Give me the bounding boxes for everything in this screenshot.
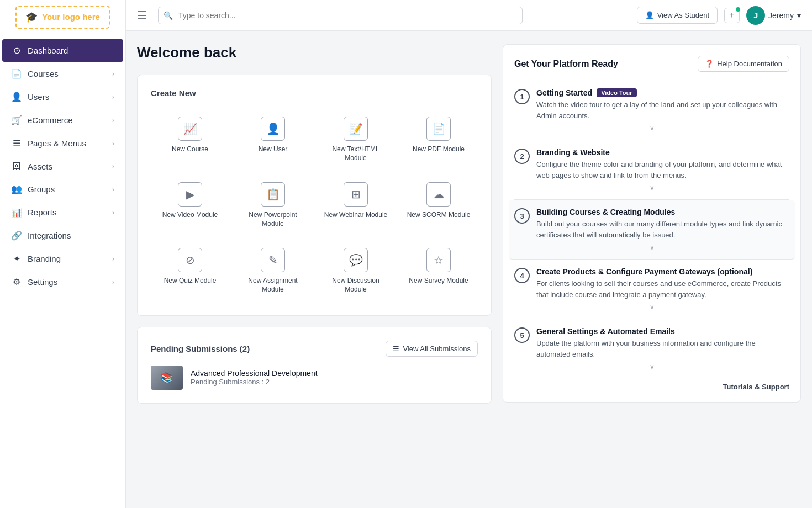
step-header-1: 1 Getting Started Video Tour Watch the v…: [514, 88, 789, 121]
tutorials-support-label: Tutorials & Support: [514, 378, 789, 391]
video-tour-badge: Video Tour: [597, 88, 636, 97]
logo-icon: 🎓: [25, 11, 38, 23]
create-item-new-powerpoint[interactable]: 📋 New Powerpoint Module: [234, 174, 312, 236]
submission-name: Advanced Professional Development: [191, 369, 318, 378]
list-icon: ☰: [393, 345, 399, 353]
create-label-new-webinar: New Webinar Module: [324, 211, 388, 220]
create-item-new-quiz[interactable]: ⊘ New Quiz Module: [151, 240, 229, 301]
create-item-new-user[interactable]: 👤 New User: [234, 109, 312, 170]
sidebar: 🎓 Your logo here ⊙ Dashboard 📄 Courses ›…: [0, 0, 126, 508]
help-doc-label: Help Documentation: [717, 60, 782, 68]
view-as-student-button[interactable]: 👤 View As Student: [637, 7, 718, 24]
create-item-new-survey[interactable]: ☆ New Survey Module: [399, 240, 478, 301]
sidebar-item-groups[interactable]: 👥 Groups ›: [2, 178, 123, 200]
create-item-new-pdf[interactable]: 📄 New PDF Module: [399, 109, 478, 170]
view-as-icon: 👤: [645, 11, 654, 19]
hamburger-icon[interactable]: ☰: [137, 9, 147, 22]
chevron-down-icon-3[interactable]: ∨: [514, 244, 789, 251]
create-label-new-course: New Course: [172, 145, 208, 154]
nav-label-pages-menus: Pages & Menus: [28, 139, 86, 148]
step-number-2: 2: [514, 149, 530, 164]
create-icon-new-scorm: ☁: [426, 182, 451, 207]
step-content-4: Create Products & Configure Payment Gate…: [536, 267, 789, 300]
sidebar-item-ecommerce[interactable]: 🛒 eCommerce ›: [2, 109, 123, 131]
help-icon: ❓: [705, 60, 714, 68]
step-desc-4: For clients looking to sell their course…: [536, 278, 789, 300]
nav-label-dashboard: Dashboard: [28, 46, 68, 55]
sidebar-item-reports[interactable]: 📊 Reports ›: [2, 201, 123, 224]
thumbnail-inner: 📚: [151, 366, 183, 390]
step-title-2: Branding & Website: [536, 148, 610, 157]
create-icon-new-discussion: 💬: [344, 248, 368, 272]
create-label-new-user: New User: [259, 145, 288, 154]
sidebar-item-dashboard[interactable]: ⊙ Dashboard: [2, 39, 123, 62]
chevron-right-icon: ›: [112, 209, 114, 216]
user-menu[interactable]: J Jeremy ▾: [746, 6, 801, 25]
chevron-down-icon-5[interactable]: ∨: [514, 363, 789, 371]
content: Welcome back Create New 📈 New Course 👤 N…: [126, 31, 812, 508]
pending-header: Pending Submissions (2) ☰ View All Submi…: [151, 341, 478, 357]
chevron-down-icon-4[interactable]: ∨: [514, 303, 789, 311]
nav-icon-assets: 🖼: [11, 161, 22, 171]
create-icon-new-text-html: 📝: [344, 117, 368, 141]
create-icon-new-video: ▶: [178, 182, 202, 207]
nav-icon-users: 👤: [11, 92, 22, 102]
step-number-3: 3: [514, 208, 530, 224]
create-item-new-discussion[interactable]: 💬 New Discussion Module: [317, 240, 395, 301]
step-content-5: General Settings & Automated Emails Upda…: [536, 327, 789, 359]
create-label-new-assignment: New Assignment Module: [238, 277, 308, 294]
step-title-4: Create Products & Configure Payment Gate…: [536, 267, 752, 276]
create-label-new-quiz: New Quiz Module: [164, 277, 217, 285]
chevron-right-icon: ›: [112, 255, 114, 263]
view-as-label: View As Student: [657, 11, 709, 19]
nav-icon-ecommerce: 🛒: [11, 115, 22, 125]
help-documentation-button[interactable]: ❓ Help Documentation: [698, 56, 789, 72]
main-wrap: ☰ 🔍 👤 View As Student ＋ J Jeremy ▾ Welc: [126, 0, 812, 508]
add-button[interactable]: ＋: [724, 8, 740, 23]
create-new-grid: 📈 New Course 👤 New User 📝 New Text/HTML …: [151, 109, 478, 302]
sidebar-item-branding[interactable]: ✦ Branding ›: [2, 247, 123, 270]
create-item-new-video[interactable]: ▶ New Video Module: [151, 174, 229, 236]
chevron-down-icon-2[interactable]: ∨: [514, 184, 789, 192]
nav-label-assets: Assets: [28, 162, 52, 171]
submission-info: Advanced Professional Development Pendin…: [191, 369, 318, 386]
create-item-new-course[interactable]: 📈 New Course: [151, 109, 229, 170]
create-new-title: Create New: [151, 88, 478, 98]
platform-ready-card: Get Your Platform Ready ❓ Help Documenta…: [503, 44, 801, 403]
chevron-right-icon: ›: [112, 162, 114, 170]
search-input[interactable]: [158, 7, 523, 24]
step-desc-2: Configure the theme color and branding o…: [536, 159, 789, 181]
sidebar-item-pages-menus[interactable]: ☰ Pages & Menus ›: [2, 132, 123, 155]
step-content-1: Getting Started Video Tour Watch the vid…: [536, 88, 789, 121]
platform-title: Get Your Platform Ready: [514, 59, 618, 69]
nav-icon-settings: ⚙: [11, 277, 22, 287]
sidebar-item-users[interactable]: 👤 Users ›: [2, 86, 123, 108]
nav-label-groups: Groups: [28, 184, 55, 194]
create-item-new-text-html[interactable]: 📝 New Text/HTML Module: [317, 109, 395, 170]
sidebar-item-courses[interactable]: 📄 Courses ›: [2, 62, 123, 85]
create-label-new-survey: New Survey Module: [409, 277, 468, 285]
create-icon-new-survey: ☆: [426, 248, 451, 272]
create-icon-new-course: 📈: [178, 117, 202, 141]
submission-thumbnail: 📚: [151, 366, 183, 390]
sidebar-item-integrations[interactable]: 🔗 Integrations: [2, 224, 123, 247]
create-icon-new-user: 👤: [261, 117, 285, 141]
create-item-new-scorm[interactable]: ☁ New SCORM Module: [399, 174, 478, 236]
create-label-new-discussion: New Discussion Module: [321, 277, 391, 294]
chevron-down-icon-1[interactable]: ∨: [514, 124, 789, 132]
step-item-2: 2 Branding & Website Configure the theme…: [514, 140, 789, 200]
sidebar-item-assets[interactable]: 🖼 Assets ›: [2, 155, 123, 177]
step-title-1: Getting Started: [536, 88, 592, 97]
step-item-4: 4 Create Products & Configure Payment Ga…: [514, 260, 789, 319]
create-item-new-webinar[interactable]: ⊞ New Webinar Module: [317, 174, 395, 236]
nav-icon-integrations: 🔗: [11, 230, 22, 241]
sidebar-item-settings[interactable]: ⚙ Settings ›: [2, 271, 123, 293]
logo-box[interactable]: 🎓 Your logo here: [15, 6, 110, 29]
sidebar-nav: ⊙ Dashboard 📄 Courses › 👤 Users › 🛒 eCom…: [0, 34, 125, 508]
chevron-right-icon: ›: [112, 278, 114, 286]
view-all-submissions-button[interactable]: ☰ View All Submissions: [386, 341, 478, 357]
green-dot: [736, 7, 740, 12]
pending-submissions-card: Pending Submissions (2) ☰ View All Submi…: [137, 327, 492, 404]
create-item-new-assignment[interactable]: ✎ New Assignment Module: [234, 240, 312, 301]
avatar: J: [746, 6, 765, 25]
